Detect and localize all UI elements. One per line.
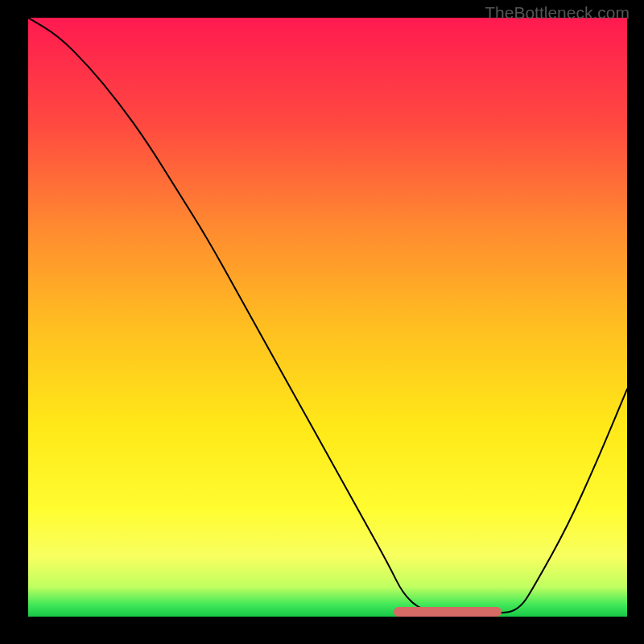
bottleneck-curve-path: [28, 18, 627, 613]
curve-svg: [28, 18, 627, 617]
optimal-region-marker: [394, 607, 502, 617]
watermark-text: TheBottleneck.com: [485, 3, 630, 23]
plot-area: [28, 18, 627, 617]
chart-container: TheBottleneck.com: [0, 0, 644, 644]
